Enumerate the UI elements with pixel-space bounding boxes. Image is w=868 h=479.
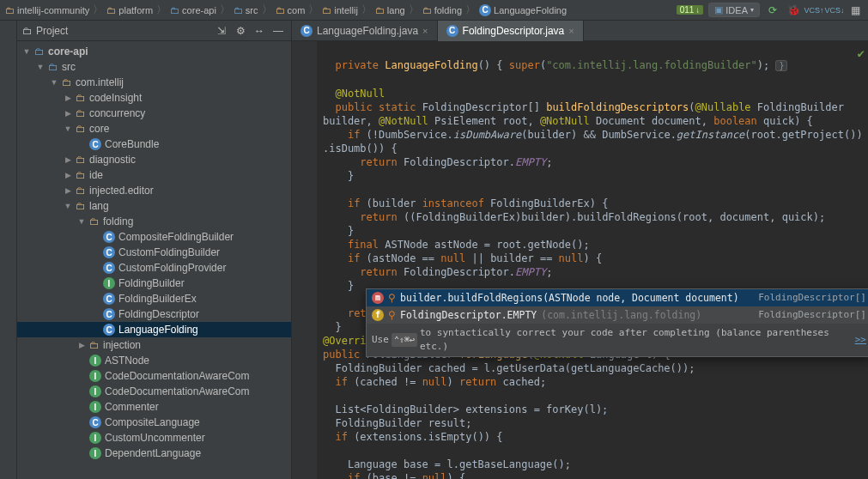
class-icon: C [103, 324, 115, 336]
expand-icon[interactable]: ↔ [252, 23, 267, 39]
tool-window-stripe[interactable] [0, 21, 17, 479]
bc-7[interactable]: 🗀folding [422, 5, 462, 15]
package-icon: 🗀 [76, 107, 86, 119]
tree-file[interactable]: DependentLanguage [105, 447, 201, 459]
bc-3[interactable]: 🗀src [234, 5, 258, 15]
module-icon: 🗀 [170, 5, 179, 15]
package-icon: 🗀 [89, 339, 100, 351]
interface-icon: I [89, 401, 101, 413]
tree-file[interactable]: CustomUncommenter [105, 432, 205, 444]
class-icon: C [446, 25, 458, 37]
package-icon: 🗀 [76, 200, 86, 212]
close-icon[interactable]: × [422, 26, 428, 36]
completion-item[interactable]: f⚲FoldingDescriptor.EMPTY (com.intellij.… [367, 306, 868, 324]
folder-icon: 🗀 [375, 5, 385, 15]
package-icon: 🗀 [89, 215, 100, 227]
tree-folding[interactable]: folding [103, 215, 133, 227]
bc-4[interactable]: 🗀com [276, 5, 306, 15]
vcs-down-icon[interactable]: VCS↓ [827, 3, 842, 18]
package-icon: 🗀 [76, 169, 86, 181]
interface-icon: I [89, 355, 101, 367]
project-tree[interactable]: ▼🗀core-api ▼🗀src ▼🗀com.intellij ▶🗀codeIn… [17, 41, 291, 479]
tree-file-selected[interactable]: LanguageFolding [118, 324, 198, 336]
sync-icon[interactable]: ⟳ [765, 3, 780, 18]
folder-icon: 🗀 [106, 5, 116, 15]
field-icon: f [372, 309, 384, 321]
project-tool-window: 🗀 Project ⇲ ⚙ ↔ — ▼🗀core-api ▼🗀src ▼🗀com… [17, 21, 292, 479]
src-icon: 🗀 [234, 5, 243, 15]
completion-hint: Use ⌃⇧⌘↩ to syntactically correct your c… [367, 324, 868, 356]
class-icon: C [103, 308, 115, 320]
tree-file[interactable]: CodeDocumentationAwareCom [105, 370, 250, 382]
tab-folding-descriptor[interactable]: CFoldingDescriptor.java× [438, 21, 584, 41]
tree-group[interactable]: lang [89, 200, 109, 212]
class-icon: C [103, 246, 115, 258]
interface-icon: I [89, 385, 101, 397]
editor-tabs: CLanguageFolding.java× CFoldingDescripto… [292, 21, 868, 41]
tree-file[interactable]: FoldingDescriptor [118, 308, 199, 320]
tree-file[interactable]: FoldingBuilderEx [118, 293, 197, 305]
tree-group[interactable]: ide [89, 169, 103, 181]
bc-5[interactable]: 🗀intellij [322, 5, 358, 15]
tree-file[interactable]: Commenter [105, 401, 159, 413]
module-icon: 🗀 [34, 45, 45, 58]
bc-6[interactable]: 🗀lang [375, 5, 405, 15]
run-hits[interactable]: 011↓ [677, 5, 704, 15]
bc-0[interactable]: 🗀intellij-community [5, 5, 89, 15]
completion-popup[interactable]: m⚲builder.buildFoldRegions(ASTNode node,… [366, 288, 868, 357]
package-icon: 🗀 [62, 76, 72, 88]
tree-file[interactable]: CustomFoldingProvider [118, 262, 226, 274]
hint-more-link[interactable]: >> [855, 333, 866, 347]
editor-gutter[interactable] [292, 41, 318, 479]
tree-group[interactable]: core [89, 123, 109, 135]
breadcrumb-bar: 🗀intellij-community〉 🗀platform〉 🗀core-ap… [0, 0, 868, 21]
project-header-title: Project [36, 25, 210, 37]
tree-group[interactable]: injection [103, 339, 141, 351]
folder-icon: 🗀 [276, 5, 285, 15]
class-icon: C [89, 416, 101, 428]
code-editor[interactable]: ✔ private LanguageFolding() { super("com… [318, 41, 868, 479]
interface-icon: I [89, 370, 101, 382]
tree-pkg[interactable]: com.intellij [76, 76, 124, 88]
tree-file[interactable]: CompositeFoldingBuilder [118, 231, 234, 243]
interface-icon: I [89, 432, 101, 444]
tree-file[interactable]: CustomFoldingBuilder [118, 246, 220, 258]
close-icon[interactable]: × [568, 26, 574, 36]
tree-group[interactable]: diagnostic [89, 154, 136, 166]
tab-language-folding[interactable]: CLanguageFolding.java× [292, 21, 438, 41]
bc-8[interactable]: CLanguageFolding [479, 4, 567, 16]
tree-src[interactable]: src [62, 61, 76, 73]
bc-1[interactable]: 🗀platform [106, 5, 153, 15]
run-config-selector[interactable]: ▣IDEA▾ [708, 3, 760, 17]
class-icon: C [479, 4, 491, 16]
tree-root[interactable]: core-api [48, 45, 88, 58]
tree-file[interactable]: CodeDocumentationAwareCom [105, 385, 250, 397]
class-icon: C [103, 231, 115, 243]
tree-group[interactable]: concurrency [89, 107, 145, 119]
folder-icon: 🗀 [322, 5, 331, 15]
editor-area: CLanguageFolding.java× CFoldingDescripto… [292, 21, 868, 479]
gear-icon[interactable]: ⚙ [233, 23, 248, 39]
inspection-ok-icon: ✔ [858, 46, 865, 60]
tree-group[interactable]: codeInsight [89, 92, 142, 104]
vcs-up-icon[interactable]: VCS↑ [806, 3, 822, 18]
tree-file[interactable]: CompositeLanguage [105, 416, 200, 428]
src-icon: 🗀 [48, 61, 58, 73]
completion-item[interactable]: m⚲builder.buildFoldRegions(ASTNode node,… [367, 289, 868, 306]
hide-icon[interactable]: — [270, 23, 286, 39]
tree-file[interactable]: CoreBundle [105, 138, 159, 150]
interface-icon: I [103, 277, 115, 289]
class-icon: C [300, 25, 313, 37]
bug-icon[interactable]: 🐞 [786, 3, 801, 18]
project-icon: 🗀 [22, 25, 33, 37]
bc-2[interactable]: 🗀core-api [170, 5, 216, 15]
class-icon: C [89, 138, 101, 150]
structure-icon[interactable]: ▦ [847, 3, 863, 18]
class-icon: C [103, 262, 115, 274]
tree-file[interactable]: FoldingBuilder [118, 277, 185, 289]
tree-group[interactable]: injected.editor [89, 185, 154, 197]
folder-icon: 🗀 [422, 5, 432, 15]
tree-file[interactable]: ASTNode [105, 355, 149, 367]
collapse-icon[interactable]: ⇲ [214, 23, 229, 39]
package-icon: 🗀 [76, 92, 86, 104]
